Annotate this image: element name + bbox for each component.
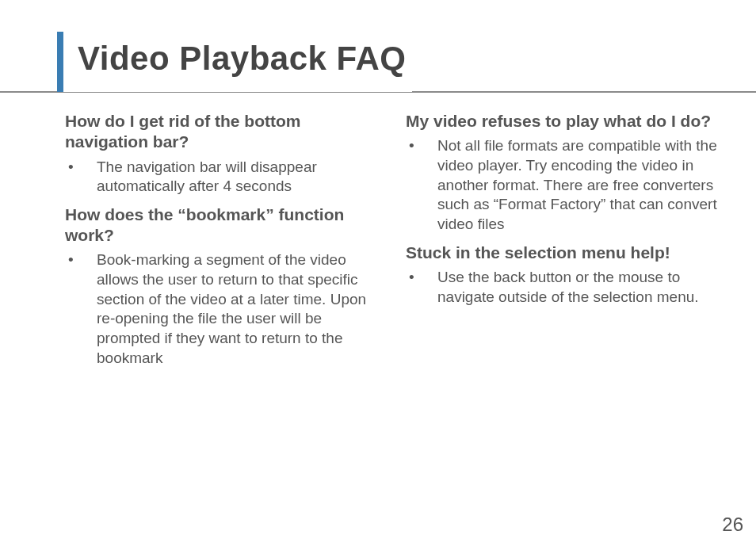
faq-question: Stuck in the selection menu help! xyxy=(406,243,724,263)
faq-answer-list: • Not all file formats are compatible wi… xyxy=(406,136,724,234)
bullet-icon: • xyxy=(65,158,97,197)
faq-question: How does the “bookmark” func­tion work? xyxy=(65,204,384,246)
faq-question: My video refuses to play what do I do? xyxy=(406,111,724,132)
title-block: Video Playback FAQ xyxy=(57,32,412,92)
faq-answer-item: • Use the back button or the mouse to na… xyxy=(406,268,724,307)
faq-answer-list: • The navigation bar will disappear auto… xyxy=(65,158,384,197)
faq-answer-text: Use the back button or the mouse to navi… xyxy=(437,268,724,307)
faq-answer-text: The navigation bar will disappear automa… xyxy=(97,158,384,197)
faq-answer-list: • Book-marking a segment of the video al… xyxy=(65,250,384,368)
bullet-icon: • xyxy=(406,136,437,234)
right-column: My video refuses to play what do I do? •… xyxy=(406,111,724,376)
page-title: Video Playback FAQ xyxy=(63,32,406,92)
content-columns: How do I get rid of the bottom navigatio… xyxy=(65,111,724,376)
faq-answer-text: Book-marking a segment of the video allo… xyxy=(97,250,384,368)
faq-answer-item: • Not all file formats are compatible wi… xyxy=(406,136,724,234)
page-number: 26 xyxy=(722,514,743,536)
left-column: How do I get rid of the bottom navigatio… xyxy=(65,111,384,376)
header: Video Playback FAQ xyxy=(0,0,756,32)
faq-answer-list: • Use the back button or the mouse to na… xyxy=(406,268,724,307)
faq-answer-text: Not all file formats are compatible with… xyxy=(437,136,724,234)
faq-question: How do I get rid of the bottom navigatio… xyxy=(65,111,384,153)
title-accent-bar xyxy=(57,32,63,92)
bullet-icon: • xyxy=(406,268,437,307)
faq-answer-item: • The navigation bar will disappear auto… xyxy=(65,158,384,197)
faq-answer-item: • Book-marking a segment of the video al… xyxy=(65,250,384,368)
bullet-icon: • xyxy=(65,250,97,368)
